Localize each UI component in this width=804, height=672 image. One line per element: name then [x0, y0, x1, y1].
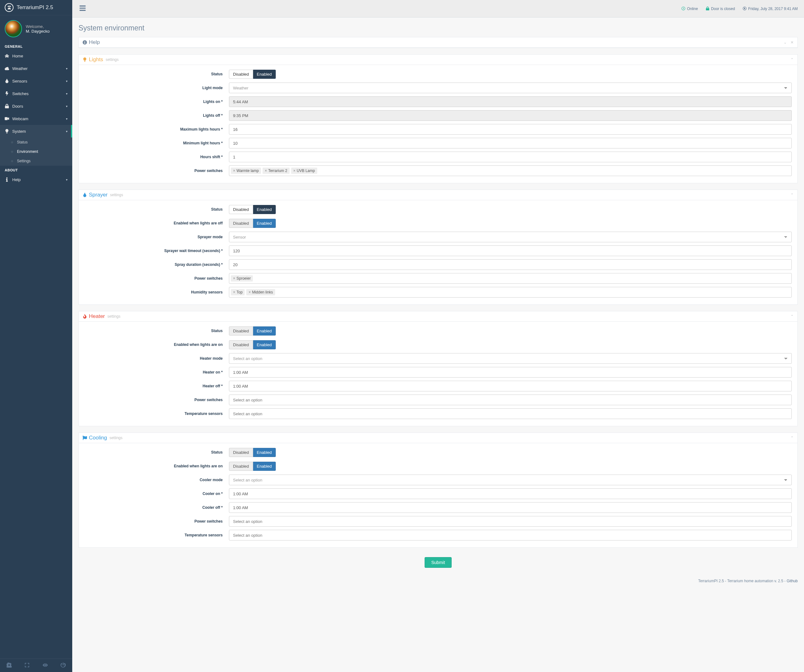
fire-icon	[83, 314, 87, 319]
submit-button[interactable]: Submit	[425, 557, 452, 568]
disabled-option[interactable]: Disabled	[229, 326, 253, 336]
menu-toggle-button[interactable]	[75, 3, 90, 15]
collapse-icon[interactable]: ⌄	[784, 40, 787, 44]
enabled-option[interactable]: Enabled	[253, 219, 276, 228]
cooler-mode-select[interactable]: Select an option	[229, 475, 792, 485]
cooling-power-switches-input[interactable]	[229, 516, 792, 527]
tag[interactable]: Warmte lamp	[231, 168, 261, 174]
sidebar-item-doors[interactable]: Doors ▾	[0, 100, 72, 113]
submenu-status[interactable]: Status	[0, 137, 72, 147]
sidebar-item-weather[interactable]: Weather ▾	[0, 62, 72, 75]
footer-gear-button[interactable]	[0, 659, 18, 672]
heater-mode-select[interactable]: Select an option	[229, 353, 792, 364]
humidity-sensors-tags[interactable]: Top Midden links	[229, 287, 792, 298]
close-icon[interactable]: ✕	[791, 40, 794, 44]
sidebar-item-label: Doors	[12, 104, 66, 109]
footer: TerrariumPI 2.5 - Terrarium home automat…	[72, 574, 804, 588]
disabled-option[interactable]: Disabled	[229, 340, 253, 349]
footer-desc: Terrarium home automation v. 2.5	[727, 579, 783, 583]
tint-icon	[5, 78, 12, 83]
light-mode-label: Light mode	[85, 86, 229, 90]
hours-shift-input[interactable]	[229, 152, 792, 162]
tag[interactable]: Sproeier	[231, 275, 253, 282]
sprayer-duration-input[interactable]	[229, 259, 792, 270]
disabled-option[interactable]: Disabled	[229, 462, 253, 471]
sprayer-mode-select[interactable]: Sensor	[229, 232, 792, 242]
enabled-option[interactable]: Enabled	[253, 70, 276, 79]
chevron-up-icon[interactable]: ⌃	[791, 57, 794, 62]
disabled-option[interactable]: Disabled	[229, 205, 253, 214]
power-switches-label: Power switches	[85, 276, 229, 281]
footer-fullscreen-button[interactable]	[18, 659, 36, 672]
footer-github-link[interactable]: Github	[787, 579, 798, 583]
lights-status-toggle[interactable]: Disabled Enabled	[229, 70, 276, 79]
topbar: Online Door is closed Friday, July 28, 2…	[72, 0, 804, 18]
sprayer-lights-off-toggle[interactable]: Disabled Enabled	[229, 219, 276, 228]
heater-status-toggle[interactable]: Disabled Enabled	[229, 326, 276, 336]
sidebar-item-sensors[interactable]: Sensors ▾	[0, 75, 72, 87]
lights-on-input[interactable]	[229, 96, 792, 107]
enabled-option[interactable]: Enabled	[253, 448, 276, 457]
submenu-settings[interactable]: Settings	[0, 156, 72, 166]
sprayer-wait-label: Sprayer wait timeout (seconds) *	[85, 249, 229, 253]
clock-icon	[743, 7, 747, 11]
sprayer-wait-input[interactable]	[229, 245, 792, 256]
heater-title: Heater	[89, 313, 105, 320]
footer-power-button[interactable]	[54, 659, 72, 672]
cooler-off-input[interactable]	[229, 502, 792, 513]
enabled-option[interactable]: Enabled	[253, 326, 276, 336]
heater-lights-on-toggle[interactable]: Disabled Enabled	[229, 340, 276, 349]
sprayer-status-toggle[interactable]: Disabled Enabled	[229, 205, 276, 214]
enabled-option[interactable]: Enabled	[253, 340, 276, 349]
disabled-option[interactable]: Disabled	[229, 448, 253, 457]
tag[interactable]: Top	[231, 289, 245, 295]
chevron-up-icon[interactable]: ⌃	[791, 193, 794, 197]
sidebar-item-webcam[interactable]: Webcam ▾	[0, 113, 72, 125]
light-mode-select[interactable]: Weather	[229, 83, 792, 93]
sidebar-item-switches[interactable]: Switches ▾	[0, 87, 72, 100]
sidebar-item-label: Webcam	[12, 116, 66, 121]
status-datetime: Friday, July 28, 2017 9:41 AM	[743, 7, 798, 11]
sidebar-item-label: Weather	[12, 66, 66, 71]
max-hours-input[interactable]	[229, 124, 792, 135]
cooler-on-input[interactable]	[229, 488, 792, 499]
lights-status-label: Status	[85, 72, 229, 76]
heater-power-switches-input[interactable]	[229, 395, 792, 405]
sidebar: TerrariumPI 2.5 Welcome, M. Daygecko GEN…	[0, 0, 72, 672]
info-icon	[83, 40, 87, 45]
disabled-option[interactable]: Disabled	[229, 219, 253, 228]
lights-off-input[interactable]	[229, 110, 792, 121]
lights-power-switches-tags[interactable]: Warmte lamp Terrarium 2 UVB Lamp	[229, 165, 792, 176]
chevron-down-icon: ▾	[66, 80, 67, 83]
sidebar-item-home[interactable]: Home	[0, 50, 72, 62]
status-online: Online	[681, 7, 698, 11]
submenu-environment[interactable]: Environment	[0, 147, 72, 156]
cooling-lights-on-toggle[interactable]: Disabled Enabled	[229, 462, 276, 471]
flag-icon	[83, 435, 87, 440]
heater-status-label: Status	[85, 329, 229, 333]
status-door: Door is closed	[706, 7, 735, 11]
enabled-option[interactable]: Enabled	[253, 462, 276, 471]
cooling-title: Cooling	[89, 435, 107, 441]
heater-temp-sensors-input[interactable]	[229, 408, 792, 419]
heater-mode-label: Heater mode	[85, 356, 229, 360]
min-hours-input[interactable]	[229, 138, 792, 148]
sprayer-mode-label: Sprayer mode	[85, 235, 229, 239]
chevron-up-icon[interactable]: ⌃	[791, 314, 794, 318]
tag[interactable]: UVB Lamp	[291, 168, 317, 174]
cooling-temp-sensors-input[interactable]	[229, 530, 792, 540]
footer-eye-button[interactable]	[36, 659, 54, 672]
heater-off-input[interactable]	[229, 381, 792, 391]
enabled-option[interactable]: Enabled	[253, 205, 276, 214]
sprayer-power-switches-tags[interactable]: Sproeier	[229, 273, 792, 284]
sidebar-item-help[interactable]: Help ▾	[0, 173, 72, 186]
chevron-up-icon[interactable]: ⌃	[791, 435, 794, 440]
cooling-status-toggle[interactable]: Disabled Enabled	[229, 448, 276, 457]
power-switches-label: Power switches	[85, 398, 229, 402]
heater-on-input[interactable]	[229, 367, 792, 378]
disabled-option[interactable]: Disabled	[229, 70, 253, 79]
tag[interactable]: Midden links	[246, 289, 275, 295]
sidebar-item-system[interactable]: System ▾	[0, 125, 72, 137]
cooler-mode-label: Cooler mode	[85, 478, 229, 482]
tag[interactable]: Terrarium 2	[263, 168, 289, 174]
